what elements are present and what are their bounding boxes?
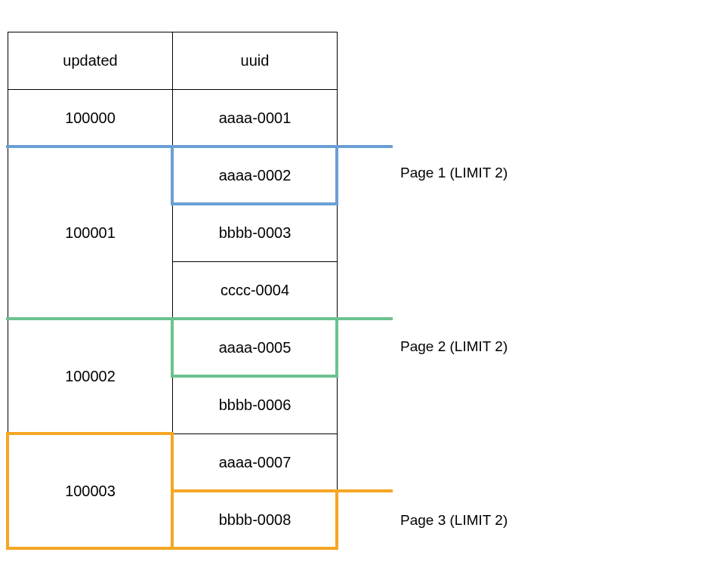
diagram-stage: updated uuid 100000 aaaa-0001 100001 aaa… [0,0,728,577]
table-row: 100003 aaaa-0007 [8,434,338,492]
cell-updated: 100003 [8,434,173,549]
table-row: 100000 aaaa-0001 [8,90,338,147]
table-row: 100002 aaaa-0005 [8,319,338,377]
cell-updated: 100002 [8,319,173,434]
cell-uuid: bbbb-0008 [173,492,338,549]
legend-page-2: Page 2 (LIMIT 2) [400,338,507,355]
cell-uuid: bbbb-0003 [173,205,338,262]
cell-updated: 100001 [8,147,173,319]
cell-uuid: aaaa-0001 [173,90,338,147]
legend-page-3: Page 3 (LIMIT 2) [400,512,507,529]
table-row: 100001 aaaa-0002 [8,147,338,205]
header-updated: updated [8,32,173,90]
cell-uuid: aaaa-0002 [173,147,338,205]
table-header-row: updated uuid [8,32,338,90]
legend-page-1: Page 1 (LIMIT 2) [400,165,507,181]
cell-uuid: aaaa-0007 [173,434,338,492]
header-uuid: uuid [173,32,338,90]
cell-updated: 100000 [8,90,173,147]
cell-uuid: bbbb-0006 [173,377,338,434]
cell-uuid: cccc-0004 [173,262,338,319]
data-table: updated uuid 100000 aaaa-0001 100001 aaa… [8,32,338,549]
cell-uuid: aaaa-0005 [173,319,338,377]
